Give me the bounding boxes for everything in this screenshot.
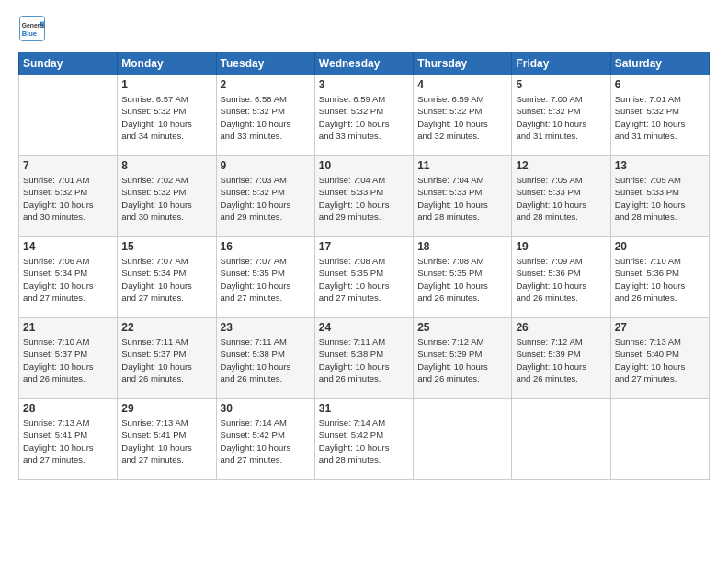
day-number: 27 — [615, 321, 705, 334]
calendar-header-saturday: Saturday — [610, 52, 709, 75]
day-info: Sunrise: 7:05 AM Sunset: 5:33 PM Dayligh… — [516, 174, 606, 223]
calendar-header-friday: Friday — [512, 52, 610, 75]
logo-icon: General Blue — [18, 15, 46, 42]
day-info: Sunrise: 6:57 AM Sunset: 5:32 PM Dayligh… — [121, 93, 211, 142]
day-number: 21 — [23, 321, 113, 334]
calendar-header-tuesday: Tuesday — [216, 52, 314, 75]
day-number: 7 — [23, 159, 113, 172]
day-number: 12 — [516, 159, 606, 172]
day-info: Sunrise: 7:10 AM Sunset: 5:36 PM Dayligh… — [615, 255, 705, 304]
day-info: Sunrise: 7:01 AM Sunset: 5:32 PM Dayligh… — [23, 174, 113, 223]
calendar-cell: 1Sunrise: 6:57 AM Sunset: 5:32 PM Daylig… — [118, 75, 216, 156]
calendar-cell: 25Sunrise: 7:12 AM Sunset: 5:39 PM Dayli… — [414, 318, 512, 399]
header: General Blue — [18, 15, 710, 42]
day-info: Sunrise: 7:12 AM Sunset: 5:39 PM Dayligh… — [516, 336, 606, 385]
day-info: Sunrise: 7:13 AM Sunset: 5:40 PM Dayligh… — [615, 336, 705, 385]
calendar-cell: 9Sunrise: 7:03 AM Sunset: 5:32 PM Daylig… — [216, 156, 314, 237]
day-info: Sunrise: 7:13 AM Sunset: 5:41 PM Dayligh… — [23, 417, 113, 465]
calendar-cell: 28Sunrise: 7:13 AM Sunset: 5:41 PM Dayli… — [19, 399, 118, 480]
day-info: Sunrise: 7:13 AM Sunset: 5:41 PM Dayligh… — [121, 417, 211, 465]
day-info: Sunrise: 7:04 AM Sunset: 5:33 PM Dayligh… — [319, 174, 409, 223]
day-number: 19 — [516, 240, 606, 253]
calendar-cell: 3Sunrise: 6:59 AM Sunset: 5:32 PM Daylig… — [314, 75, 413, 156]
calendar-cell: 7Sunrise: 7:01 AM Sunset: 5:32 PM Daylig… — [19, 156, 118, 237]
calendar-cell: 5Sunrise: 7:00 AM Sunset: 5:32 PM Daylig… — [512, 75, 610, 156]
day-info: Sunrise: 7:14 AM Sunset: 5:42 PM Dayligh… — [221, 417, 311, 465]
day-number: 31 — [319, 402, 409, 415]
calendar-cell: 29Sunrise: 7:13 AM Sunset: 5:41 PM Dayli… — [118, 399, 216, 480]
calendar-cell: 18Sunrise: 7:08 AM Sunset: 5:35 PM Dayli… — [414, 237, 512, 318]
day-number: 5 — [516, 78, 606, 91]
calendar-header-thursday: Thursday — [414, 52, 512, 75]
calendar-cell: 20Sunrise: 7:10 AM Sunset: 5:36 PM Dayli… — [610, 237, 709, 318]
day-info: Sunrise: 7:00 AM Sunset: 5:32 PM Dayligh… — [516, 93, 606, 142]
day-number: 28 — [23, 402, 113, 415]
calendar-cell: 15Sunrise: 7:07 AM Sunset: 5:34 PM Dayli… — [118, 237, 216, 318]
calendar-cell: 8Sunrise: 7:02 AM Sunset: 5:32 PM Daylig… — [118, 156, 216, 237]
day-info: Sunrise: 7:02 AM Sunset: 5:32 PM Dayligh… — [121, 174, 211, 223]
svg-text:Blue: Blue — [22, 29, 37, 38]
day-number: 30 — [221, 402, 311, 415]
calendar-week-4: 21Sunrise: 7:10 AM Sunset: 5:37 PM Dayli… — [19, 318, 710, 399]
calendar-cell: 4Sunrise: 6:59 AM Sunset: 5:32 PM Daylig… — [414, 75, 512, 156]
day-number: 18 — [417, 240, 507, 253]
calendar-cell: 27Sunrise: 7:13 AM Sunset: 5:40 PM Dayli… — [610, 318, 709, 399]
calendar-cell: 26Sunrise: 7:12 AM Sunset: 5:39 PM Dayli… — [512, 318, 610, 399]
day-number: 17 — [319, 240, 409, 253]
calendar-cell: 19Sunrise: 7:09 AM Sunset: 5:36 PM Dayli… — [512, 237, 610, 318]
day-number: 23 — [221, 321, 311, 334]
calendar-header-row: SundayMondayTuesdayWednesdayThursdayFrid… — [19, 52, 710, 75]
day-info: Sunrise: 7:03 AM Sunset: 5:32 PM Dayligh… — [221, 174, 311, 223]
day-number: 4 — [417, 78, 507, 91]
calendar-cell — [19, 75, 118, 156]
day-number: 10 — [319, 159, 409, 172]
day-number: 20 — [615, 240, 705, 253]
day-info: Sunrise: 7:01 AM Sunset: 5:32 PM Dayligh… — [615, 93, 705, 142]
calendar-week-3: 14Sunrise: 7:06 AM Sunset: 5:34 PM Dayli… — [19, 237, 710, 318]
calendar-cell: 12Sunrise: 7:05 AM Sunset: 5:33 PM Dayli… — [512, 156, 610, 237]
day-info: Sunrise: 7:11 AM Sunset: 5:37 PM Dayligh… — [121, 336, 211, 385]
day-number: 15 — [121, 240, 211, 253]
day-number: 14 — [23, 240, 113, 253]
calendar-cell — [610, 399, 709, 480]
calendar-header-wednesday: Wednesday — [314, 52, 413, 75]
calendar-cell: 13Sunrise: 7:05 AM Sunset: 5:33 PM Dayli… — [610, 156, 709, 237]
calendar-cell: 10Sunrise: 7:04 AM Sunset: 5:33 PM Dayli… — [314, 156, 413, 237]
calendar-cell: 16Sunrise: 7:07 AM Sunset: 5:35 PM Dayli… — [216, 237, 314, 318]
calendar-cell: 30Sunrise: 7:14 AM Sunset: 5:42 PM Dayli… — [216, 399, 314, 480]
day-number: 2 — [221, 78, 311, 91]
page: General Blue SundayMondayTuesdayWednesda… — [0, 0, 728, 563]
day-number: 26 — [516, 321, 606, 334]
day-number: 9 — [221, 159, 311, 172]
calendar-cell: 22Sunrise: 7:11 AM Sunset: 5:37 PM Dayli… — [118, 318, 216, 399]
day-info: Sunrise: 7:07 AM Sunset: 5:35 PM Dayligh… — [221, 255, 311, 304]
day-info: Sunrise: 7:12 AM Sunset: 5:39 PM Dayligh… — [417, 336, 507, 385]
day-number: 11 — [417, 159, 507, 172]
day-number: 6 — [615, 78, 705, 91]
day-number: 1 — [121, 78, 211, 91]
day-number: 13 — [615, 159, 705, 172]
day-number: 3 — [319, 78, 409, 91]
calendar-cell: 11Sunrise: 7:04 AM Sunset: 5:33 PM Dayli… — [414, 156, 512, 237]
day-info: Sunrise: 6:59 AM Sunset: 5:32 PM Dayligh… — [417, 93, 507, 142]
calendar-header-sunday: Sunday — [19, 52, 118, 75]
day-info: Sunrise: 7:08 AM Sunset: 5:35 PM Dayligh… — [319, 255, 409, 304]
day-info: Sunrise: 7:06 AM Sunset: 5:34 PM Dayligh… — [23, 255, 113, 304]
calendar-cell: 21Sunrise: 7:10 AM Sunset: 5:37 PM Dayli… — [19, 318, 118, 399]
calendar-week-5: 28Sunrise: 7:13 AM Sunset: 5:41 PM Dayli… — [19, 399, 710, 480]
calendar-cell: 14Sunrise: 7:06 AM Sunset: 5:34 PM Dayli… — [19, 237, 118, 318]
calendar-header-monday: Monday — [118, 52, 216, 75]
calendar-cell — [414, 399, 512, 480]
calendar-cell: 2Sunrise: 6:58 AM Sunset: 5:32 PM Daylig… — [216, 75, 314, 156]
day-info: Sunrise: 6:59 AM Sunset: 5:32 PM Dayligh… — [319, 93, 409, 142]
calendar-cell: 31Sunrise: 7:14 AM Sunset: 5:42 PM Dayli… — [314, 399, 413, 480]
day-info: Sunrise: 7:10 AM Sunset: 5:37 PM Dayligh… — [23, 336, 113, 385]
day-number: 8 — [121, 159, 211, 172]
day-info: Sunrise: 7:11 AM Sunset: 5:38 PM Dayligh… — [319, 336, 409, 385]
day-info: Sunrise: 6:58 AM Sunset: 5:32 PM Dayligh… — [221, 93, 311, 142]
day-number: 24 — [319, 321, 409, 334]
day-number: 16 — [221, 240, 311, 253]
day-info: Sunrise: 7:08 AM Sunset: 5:35 PM Dayligh… — [417, 255, 507, 304]
calendar-cell: 23Sunrise: 7:11 AM Sunset: 5:38 PM Dayli… — [216, 318, 314, 399]
day-number: 25 — [417, 321, 507, 334]
